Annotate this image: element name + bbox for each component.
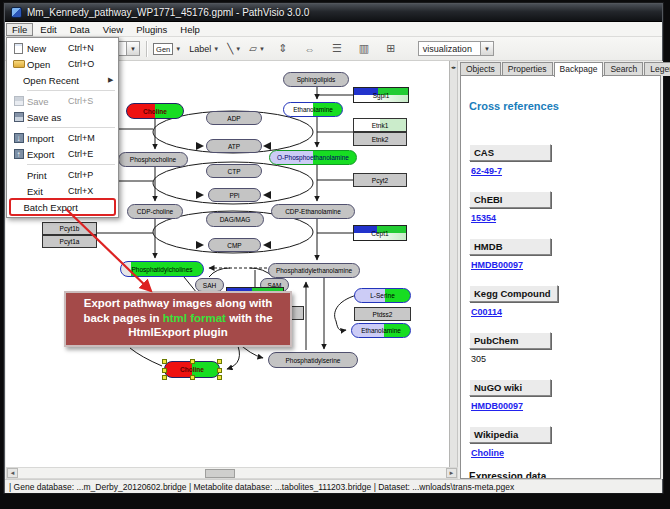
selection-handle[interactable]	[217, 375, 222, 380]
file-menu-item-export[interactable]: ↑ExportCtrl+E	[7, 146, 118, 162]
menu-help[interactable]: Help	[174, 23, 206, 36]
pathway-node-l-serine[interactable]: L-Serine	[354, 288, 411, 303]
file-menu-item-exit[interactable]: ExitCtrl+X	[7, 183, 118, 199]
menu-bar: FileEditDataViewPluginsHelp	[5, 22, 662, 37]
chevron-down-icon[interactable]: ▼	[175, 46, 181, 52]
new-line-button[interactable]: ╲ ▼	[227, 43, 241, 54]
pathway-node-etnk2[interactable]: Etnk2	[353, 132, 407, 146]
pathway-node-o-phosphoethanolamine[interactable]: O-Phosphoethanolamine	[269, 150, 357, 165]
pathway-node-phosphatidylcholines[interactable]: Phosphatidylcholines	[120, 261, 204, 277]
xref-value-hmdb00097[interactable]: HMDB00097	[471, 260, 660, 270]
selection-handle[interactable]	[190, 359, 195, 364]
new-gene-product-button[interactable]: Gen ▼	[153, 43, 181, 55]
selection-handle[interactable]	[162, 359, 167, 364]
menu-file[interactable]: File	[6, 23, 33, 36]
file-menu-item-label: Exit	[27, 186, 68, 197]
pathway-node-ppi[interactable]: PPi	[208, 188, 261, 202]
pathway-node-cmp[interactable]: CMP	[208, 238, 261, 252]
menu-data[interactable]: Data	[64, 23, 96, 36]
file-menu: NewCtrl+NOpenCtrl+OOpen Recent▶SaveCtrl+…	[6, 37, 119, 218]
expression-data-heading: Expression data	[469, 471, 660, 479]
scrollbar-thumb[interactable]	[205, 469, 235, 478]
tab-legend[interactable]: Legend	[644, 62, 670, 76]
pathway-node-cdp-ethanolamine[interactable]: CDP-Ethanolamine	[271, 204, 355, 219]
pathway-node-choline[interactable]: Choline	[126, 103, 184, 119]
file-menu-item-label: Import	[27, 133, 68, 144]
selection-handle[interactable]	[217, 359, 222, 364]
pathway-node-atp[interactable]: ATP	[206, 139, 262, 153]
pathway-node-sgpl1[interactable]: Sgpl1	[353, 87, 409, 103]
node-label: Pcyt1a	[60, 238, 80, 245]
menu-view[interactable]: View	[97, 23, 129, 36]
xref-section-kegg-compound: Kegg CompoundC00114	[469, 283, 660, 317]
xref-value-62-49-7[interactable]: 62-49-7	[471, 166, 660, 176]
file-menu-item-import[interactable]: ↓ImportCtrl+M	[7, 130, 118, 146]
node-label: Sphingolipids	[297, 76, 336, 83]
xref-value-hmdb00097[interactable]: HMDB00097	[471, 401, 660, 411]
node-label: Etnk2	[372, 136, 389, 143]
pathway-node-ethanolamine[interactable]: Ethanolamine	[283, 102, 343, 117]
visualization-dropdown-icon[interactable]: ▼	[480, 42, 493, 55]
distribute-horizontal-icon[interactable]: ☰	[327, 40, 347, 58]
pathway-node-ethanolamine[interactable]: Ethanolamine	[351, 323, 411, 338]
pathway-node-ptdss2[interactable]: Ptdss2	[354, 307, 411, 321]
menu-edit[interactable]: Edit	[34, 23, 62, 36]
scroll-left-icon[interactable]: ◄	[7, 468, 18, 478]
pathway-node-etnk1[interactable]: Etnk1	[353, 118, 407, 132]
file-menu-item-new[interactable]: NewCtrl+N	[7, 40, 118, 56]
pathway-node-cdp-choline[interactable]: CDP-choline	[127, 204, 183, 219]
visualization-combobox[interactable]: visualization ▼	[418, 41, 494, 56]
pathway-node-pcyt2[interactable]: Pcyt2	[353, 173, 407, 187]
pathway-node-phosphatidylserine[interactable]: Phosphatidylserine	[268, 352, 358, 368]
selection-handle[interactable]	[162, 368, 167, 373]
tab-objects[interactable]: Objects	[460, 62, 501, 76]
splitter-collapse-icon[interactable]: ◂▸	[451, 64, 456, 70]
pathway-node-dag-mag[interactable]: DAG/MAG	[206, 212, 264, 227]
tab-search[interactable]: Search	[604, 62, 643, 76]
distribute-vertical-icon[interactable]: ▥	[354, 40, 374, 58]
xref-value-choline[interactable]: Choline	[471, 448, 660, 458]
chevron-down-icon[interactable]: ▼	[259, 46, 265, 52]
file-menu-item-batch-export[interactable]: Batch Export	[7, 199, 118, 215]
pathway-node-sphingolipids[interactable]: Sphingolipids	[283, 72, 349, 87]
pathway-node-adp[interactable]: ADP	[206, 111, 262, 125]
xref-value-15354[interactable]: 15354	[471, 213, 660, 223]
zoom-dropdown-icon[interactable]: ▼	[126, 42, 139, 55]
selection-handle[interactable]	[190, 375, 195, 380]
chevron-down-icon[interactable]: ▼	[213, 46, 219, 52]
pathway-node-sah[interactable]: SAH	[195, 278, 224, 292]
pathway-node-pcyt1a[interactable]: Pcyt1a	[42, 235, 97, 248]
menu-plugins[interactable]: Plugins	[130, 23, 173, 36]
align-center-horizontal-icon[interactable]: ⇔	[300, 40, 320, 58]
pathway-node-pcyt1b[interactable]: Pcyt1b	[42, 222, 97, 235]
selection-handle[interactable]	[162, 375, 167, 380]
pathway-node-phosphocholine[interactable]: Phosphocholine	[118, 152, 188, 167]
xref-value-c00114[interactable]: C00114	[471, 307, 660, 317]
selection-handle[interactable]	[217, 368, 222, 373]
cross-reference-sections: CAS62-49-7ChEBI15354HMDBHMDB00097Kegg Co…	[461, 142, 660, 458]
pathway-node-phosphatidylethanolamine[interactable]: Phosphatidylethanolamine	[268, 263, 360, 278]
chevron-down-icon[interactable]: ▼	[235, 46, 241, 52]
new-document-icon	[14, 43, 23, 54]
tab-backpage[interactable]: Backpage	[554, 62, 604, 77]
file-menu-item-print[interactable]: PrintCtrl+P	[7, 167, 118, 183]
toolbar-separator	[146, 41, 147, 57]
scroll-right-icon[interactable]: ►	[446, 468, 457, 478]
horizontal-scrollbar[interactable]: ◄ ►	[6, 467, 458, 479]
align-center-vertical-icon[interactable]: ⇕	[273, 40, 293, 58]
file-menu-item-open[interactable]: OpenCtrl+O	[7, 56, 118, 72]
pathway-node-cept1[interactable]: Cept1	[353, 225, 407, 241]
common-size-icon[interactable]: ⊞	[381, 40, 401, 58]
xref-section-hmdb: HMDBHMDB00097	[469, 236, 660, 270]
file-menu-item-save-as[interactable]: Save as	[7, 109, 118, 125]
pathway-node-ctp[interactable]: CTP	[206, 164, 262, 178]
save-icon	[14, 96, 24, 106]
new-label-button[interactable]: Label ▼	[189, 44, 219, 54]
new-shape-button[interactable]: ▱ ▼	[249, 43, 265, 54]
file-menu-item-open-recent[interactable]: Open Recent▶	[7, 72, 118, 88]
save-as-icon	[14, 112, 24, 122]
tab-properties[interactable]: Properties	[502, 62, 553, 76]
pathway-node-choline[interactable]: Choline	[164, 361, 220, 378]
panel-splitter[interactable]: ◂▸	[450, 61, 458, 467]
cross-references-heading: Cross references	[469, 100, 660, 112]
